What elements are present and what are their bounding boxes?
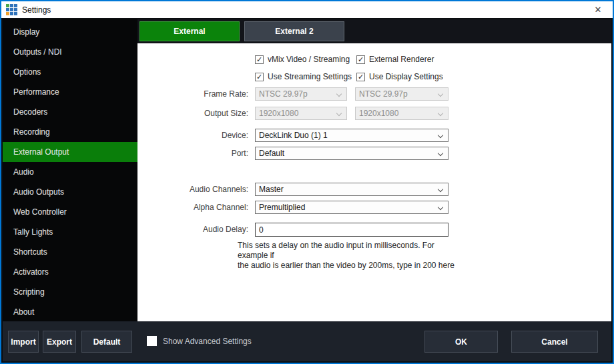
checkbox-external-renderer[interactable]: ✓ External Renderer (356, 54, 434, 65)
frame-rate-select-2: NTSC 29.97p (355, 87, 448, 101)
checkbox-use-streaming-settings[interactable]: ✓ Use Streaming Settings (255, 71, 352, 82)
sidebar-item-options[interactable]: Options (3, 62, 137, 82)
sidebar-item-performance[interactable]: Performance (3, 82, 137, 102)
bottom-bar: Import Export Default Show Advanced Sett… (3, 321, 611, 361)
sidebar-item-recording[interactable]: Recording (3, 122, 137, 142)
chevron-down-icon (438, 111, 443, 116)
main-region: Display Outputs / NDI Options Performanc… (3, 19, 611, 321)
sidebar-item-audio-outputs[interactable]: Audio Outputs (3, 182, 137, 202)
export-button[interactable]: Export (43, 331, 76, 353)
default-button[interactable]: Default (81, 331, 132, 353)
audio-delay-label: Audio Delay: (137, 223, 248, 236)
show-advanced-settings-label: Show Advanced Settings (163, 337, 252, 346)
sidebar-item-scripting[interactable]: Scripting (3, 282, 137, 302)
sidebar-item-about[interactable]: About (3, 302, 137, 322)
sidebar-item-external-output[interactable]: External Output (3, 142, 137, 162)
settings-window: Settings ✕ Display Outputs / NDI Options… (0, 0, 614, 364)
output-size-select-1: 1920x1080 (255, 107, 347, 120)
checkmark-icon: ✓ (255, 73, 264, 81)
close-icon[interactable]: ✕ (583, 1, 613, 18)
chevron-down-icon (438, 187, 443, 192)
chevron-down-icon (438, 205, 443, 210)
tab-strip: External External 2 (137, 19, 611, 43)
sidebar-item-display[interactable]: Display (3, 22, 137, 42)
port-select[interactable]: Default (255, 147, 448, 160)
vmix-logo-icon (6, 4, 17, 15)
checkmark-icon: ✓ (255, 55, 264, 64)
audio-channels-select[interactable]: Master (255, 183, 448, 196)
audio-channels-label: Audio Channels: (137, 183, 248, 196)
audio-delay-help-text: This sets a delay on the audio input in … (238, 241, 465, 271)
device-select[interactable]: DeckLink Duo (1) 1 (255, 129, 448, 142)
sidebar-item-audio[interactable]: Audio (3, 162, 137, 182)
checkbox-label: Use Streaming Settings (268, 72, 352, 81)
sidebar-item-decoders[interactable]: Decoders (3, 102, 137, 122)
output-size-label: Output Size: (137, 107, 248, 120)
checkbox-label: vMix Video / Streaming (268, 55, 350, 64)
sidebar-item-outputs-ndi[interactable]: Outputs / NDI (3, 42, 137, 62)
window-title: Settings (22, 5, 51, 15)
frame-rate-select-1: NTSC 29.97p (255, 87, 347, 101)
import-button[interactable]: Import (8, 331, 39, 353)
tab-external-2[interactable]: External 2 (244, 21, 344, 41)
tab-external[interactable]: External (139, 21, 240, 41)
show-advanced-settings-checkbox[interactable]: Show Advanced Settings (147, 336, 252, 346)
checkmark-icon: ✓ (356, 73, 365, 81)
device-label: Device: (137, 129, 248, 142)
sidebar-item-activators[interactable]: Activators (3, 262, 137, 282)
checkbox-label: Use Display Settings (369, 72, 443, 81)
checkbox-vmix-video-streaming[interactable]: ✓ vMix Video / Streaming (255, 54, 350, 65)
chevron-down-icon (336, 91, 342, 97)
alpha-channel-label: Alpha Channel: (137, 201, 248, 214)
checkbox-use-display-settings[interactable]: ✓ Use Display Settings (356, 71, 443, 82)
chevron-down-icon (336, 111, 342, 116)
checkbox-label: External Renderer (369, 55, 434, 64)
alpha-channel-select[interactable]: Premultiplied (255, 201, 448, 214)
external-output-panel: ✓ vMix Video / Streaming ✓ External Rend… (137, 43, 611, 321)
ok-button[interactable]: OK (424, 331, 498, 353)
content-area: External External 2 ✓ vMix Video / Strea… (137, 19, 611, 321)
title-bar: Settings ✕ (1, 1, 613, 18)
chevron-down-icon (438, 151, 443, 156)
sidebar-item-shortcuts[interactable]: Shortcuts (3, 242, 137, 262)
port-label: Port: (137, 147, 248, 160)
chevron-down-icon (438, 91, 443, 97)
sidebar: Display Outputs / NDI Options Performanc… (3, 19, 137, 321)
chevron-down-icon (438, 133, 443, 138)
sidebar-item-web-controller[interactable]: Web Controller (3, 202, 137, 222)
sidebar-item-tally-lights[interactable]: Tally Lights (3, 222, 137, 242)
checkmark-icon: ✓ (356, 55, 365, 64)
output-size-select-2: 1920x1080 (355, 107, 448, 120)
cancel-button[interactable]: Cancel (511, 331, 598, 353)
frame-rate-label: Frame Rate: (137, 87, 248, 101)
checkbox-unchecked-icon (147, 336, 157, 346)
audio-delay-input[interactable] (255, 223, 448, 237)
